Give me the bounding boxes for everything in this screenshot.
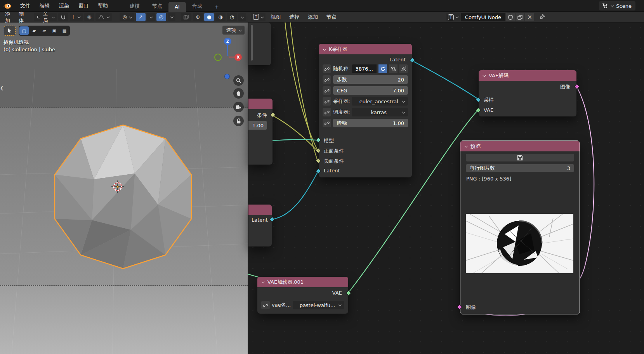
input-label-model: 模型 bbox=[324, 137, 334, 144]
lock-view-button[interactable] bbox=[233, 116, 244, 126]
menu-view[interactable]: 视图 bbox=[267, 12, 284, 22]
tab-modeling[interactable]: 建模 bbox=[123, 1, 146, 12]
save-image-button[interactable] bbox=[466, 154, 574, 161]
select-mode-extend[interactable]: ▰ bbox=[30, 26, 39, 35]
scrollbar-vertical[interactable] bbox=[251, 25, 253, 61]
tab-compositing[interactable]: 合成 bbox=[186, 1, 208, 12]
link-icon[interactable] bbox=[323, 119, 331, 127]
seed-value-field[interactable]: 3876... bbox=[352, 64, 377, 73]
new-tree-button[interactable] bbox=[516, 13, 524, 21]
tree-name-field[interactable]: ComfyUI Node bbox=[461, 13, 505, 21]
gizmo-x-axis[interactable]: X bbox=[234, 54, 242, 61]
menu-file[interactable]: 文件 bbox=[16, 1, 35, 11]
shading-wireframe-button[interactable]: ⊕ bbox=[193, 13, 203, 21]
proportional-falloff-dropdown[interactable] bbox=[95, 13, 112, 21]
denoise-slider[interactable]: 降噪1.00 bbox=[333, 119, 408, 127]
randomize-seed-button[interactable] bbox=[378, 64, 387, 73]
add-workspace-button[interactable]: + bbox=[208, 2, 225, 12]
sampler-dropdown[interactable]: euler_ancestral bbox=[352, 97, 408, 106]
link-icon[interactable] bbox=[323, 108, 331, 116]
node-preview[interactable]: 预览 每行图片数3 PNG : [960 x 536] bbox=[460, 141, 580, 314]
menu-render[interactable]: 渲染 bbox=[54, 1, 74, 11]
gizmo-z-axis[interactable]: Z bbox=[224, 38, 231, 45]
cfg-slider[interactable]: CFG7.00 bbox=[333, 86, 408, 95]
select-mode-invert[interactable]: ▣ bbox=[50, 26, 59, 35]
gizmos-dropdown[interactable] bbox=[147, 13, 155, 21]
snap-target-dropdown[interactable]: ⊦ bbox=[70, 13, 83, 21]
select-mode-set[interactable]: ▢ bbox=[19, 26, 29, 35]
collapse-chevron-icon[interactable] bbox=[464, 144, 467, 148]
preview-image[interactable] bbox=[466, 214, 573, 273]
node-tree-link-button[interactable] bbox=[389, 64, 398, 73]
icosphere-object[interactable] bbox=[47, 121, 199, 272]
transform-orientation-dropdown[interactable]: 全局 bbox=[34, 13, 57, 21]
node-partial-latent[interactable]: Latent bbox=[248, 205, 272, 246]
pin-icon[interactable] bbox=[540, 14, 545, 21]
node-header[interactable]: K采样器 bbox=[319, 44, 412, 54]
fake-user-button[interactable] bbox=[506, 13, 515, 21]
link-icon[interactable] bbox=[261, 301, 270, 309]
gizmos-toggle[interactable]: ↗ bbox=[136, 13, 146, 21]
tab-nodes[interactable]: 节点 bbox=[146, 1, 168, 12]
node-partial-conditioning[interactable]: 条件 1.00 bbox=[248, 99, 273, 165]
node-header[interactable]: VAE解码 bbox=[479, 70, 576, 81]
node-vae-loader[interactable]: VAE加载器.001 VAE vae名... pastel-waifu... bbox=[257, 277, 348, 314]
shading-rendered-button[interactable]: ◔ bbox=[227, 13, 237, 21]
view-perspective-label: 摄像机透视 bbox=[3, 39, 29, 46]
select-mode-intersect[interactable]: ▩ bbox=[60, 26, 69, 35]
editor-type-dropdown[interactable]: T bbox=[251, 13, 266, 21]
tree-type-dropdown[interactable]: T bbox=[446, 13, 460, 21]
shading-solid-button[interactable]: ● bbox=[204, 13, 214, 21]
view-object-types-dropdown[interactable]: ◎ bbox=[120, 13, 134, 21]
overlays-dropdown[interactable] bbox=[168, 13, 175, 21]
xray-toggle[interactable] bbox=[181, 13, 191, 21]
scene-selector[interactable]: Scene bbox=[599, 1, 635, 10]
link-icon[interactable] bbox=[323, 97, 331, 106]
link-icon[interactable] bbox=[323, 75, 331, 84]
blender-logo-icon[interactable] bbox=[3, 2, 12, 9]
unlink-tree-button[interactable]: × bbox=[525, 13, 534, 21]
steps-slider[interactable]: 步数20 bbox=[333, 75, 408, 84]
close-icon: × bbox=[527, 14, 532, 21]
images-per-row-slider[interactable]: 每行图片数3 bbox=[466, 164, 574, 172]
zoom-button[interactable] bbox=[233, 75, 244, 86]
link-icon[interactable] bbox=[323, 86, 331, 95]
snap-toggle[interactable] bbox=[58, 13, 68, 21]
options-dropdown[interactable]: 选项 bbox=[222, 26, 245, 35]
gizmo-minus-z-axis[interactable] bbox=[224, 74, 230, 79]
gizmo-y-axis[interactable] bbox=[214, 54, 222, 61]
menu-object[interactable]: 物体 bbox=[15, 12, 27, 25]
node-header[interactable]: VAE加载器.001 bbox=[257, 277, 348, 287]
partial-value-field[interactable]: 1.00 bbox=[248, 121, 267, 130]
noise-button[interactable] bbox=[399, 64, 408, 73]
select-mode-subtract[interactable]: ▱ bbox=[40, 26, 49, 35]
proportional-edit-toggle[interactable]: ◉ bbox=[84, 13, 94, 21]
viewport-3d[interactable]: 添加 物体 全局 ⊦ ◉ ◎ ↗ ◴ ⊕ ● bbox=[0, 12, 248, 354]
scheduler-row: 调度器: karras bbox=[323, 108, 408, 116]
camera-view-button[interactable] bbox=[233, 102, 244, 112]
menu-window[interactable]: 窗口 bbox=[74, 1, 93, 11]
vae-name-dropdown[interactable]: pastel-waifu... bbox=[293, 301, 344, 309]
node-title: VAE加载器.001 bbox=[267, 279, 304, 286]
link-icon[interactable] bbox=[323, 64, 331, 73]
node-header[interactable]: 预览 bbox=[460, 141, 580, 151]
menu-help[interactable]: 帮助 bbox=[93, 1, 113, 11]
select-box-tool[interactable] bbox=[4, 26, 16, 36]
menu-add-node[interactable]: 添加 bbox=[304, 12, 321, 22]
collapse-chevron-icon[interactable] bbox=[261, 280, 264, 283]
sidebar-collapse-arrow[interactable]: ❮ bbox=[0, 85, 3, 90]
node-ksampler[interactable]: K采样器 Latent 随机种: 3876... 步数20 bbox=[319, 44, 412, 177]
collapse-chevron-icon[interactable] bbox=[483, 74, 486, 77]
scheduler-dropdown[interactable]: karras bbox=[352, 108, 408, 116]
menu-select[interactable]: 选择 bbox=[286, 12, 303, 22]
menu-add[interactable]: 添加 bbox=[2, 12, 14, 25]
shading-dropdown[interactable] bbox=[238, 13, 246, 21]
shading-material-button[interactable]: ◑ bbox=[215, 13, 225, 21]
node-vae-decode[interactable]: VAE解码 图像 采样 VAE bbox=[479, 70, 576, 116]
tab-ai[interactable]: AI bbox=[168, 2, 186, 12]
menu-node[interactable]: 节点 bbox=[323, 12, 340, 22]
menu-edit[interactable]: 编辑 bbox=[35, 1, 54, 11]
collapse-chevron-icon[interactable] bbox=[323, 47, 326, 50]
overlays-toggle[interactable]: ◴ bbox=[156, 13, 166, 21]
pan-button[interactable] bbox=[233, 88, 244, 99]
